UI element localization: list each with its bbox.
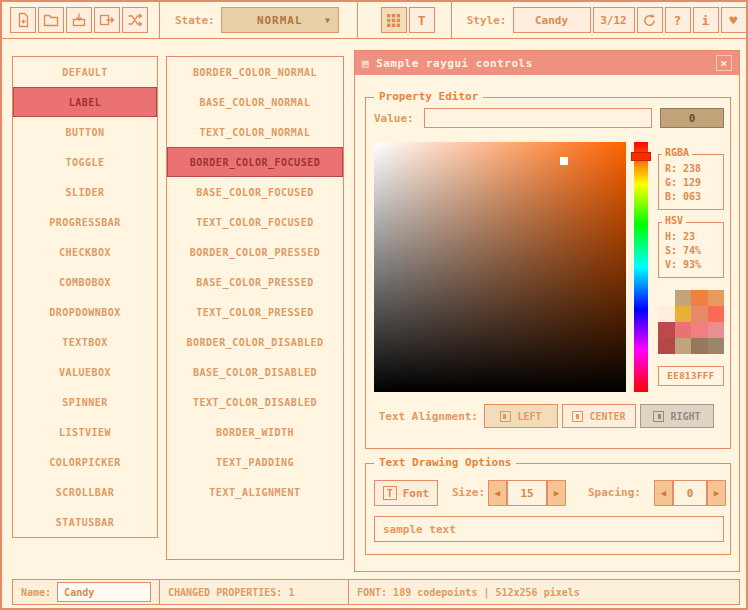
help-button[interactable]: ? xyxy=(665,7,691,33)
controls-item-slider[interactable]: SLIDER xyxy=(13,177,157,207)
randomize-style-button[interactable] xyxy=(122,7,148,33)
palette-swatch[interactable] xyxy=(708,290,725,306)
property-item-base-color-focused[interactable]: BASE_COLOR_FOCUSED xyxy=(167,177,343,207)
style-counter-button[interactable]: 3/12 xyxy=(593,7,635,33)
value-box[interactable]: 0 xyxy=(660,108,724,128)
value-box-text: 0 xyxy=(689,112,696,125)
property-item-text-padding[interactable]: TEXT_PADDING xyxy=(167,447,343,477)
property-item-text-color-normal[interactable]: TEXT_COLOR_NORMAL xyxy=(167,117,343,147)
controls-item-label[interactable]: LABEL xyxy=(13,87,157,117)
sponsor-button[interactable]: ♥ xyxy=(721,7,747,33)
palette-swatch[interactable] xyxy=(675,306,692,322)
save-file-button[interactable] xyxy=(66,7,92,33)
toolbar-separator xyxy=(451,2,452,39)
align-left-icon xyxy=(500,411,511,422)
controls-item-default[interactable]: DEFAULT xyxy=(13,57,157,87)
load-font-button[interactable]: T Font xyxy=(374,480,438,506)
property-item-text-color-disabled[interactable]: TEXT_COLOR_DISABLED xyxy=(167,387,343,417)
palette-swatch[interactable] xyxy=(691,338,708,354)
palette-swatch[interactable] xyxy=(675,290,692,306)
spacing-increment-button[interactable]: ▶ xyxy=(707,480,726,506)
property-item-base-color-disabled[interactable]: BASE_COLOR_DISABLED xyxy=(167,357,343,387)
property-item-base-color-normal[interactable]: BASE_COLOR_NORMAL xyxy=(167,87,343,117)
palette-swatch[interactable] xyxy=(658,290,675,306)
window-close-button[interactable]: × xyxy=(716,55,732,71)
text-preview-button[interactable]: T xyxy=(409,7,435,33)
property-item-border-color-pressed[interactable]: BORDER_COLOR_PRESSED xyxy=(167,237,343,267)
info-button[interactable]: i xyxy=(693,7,719,33)
spacing-value: 0 xyxy=(687,487,694,500)
color-picker-panel[interactable] xyxy=(374,142,626,392)
hsv-title: HSV xyxy=(662,215,686,226)
color-palette xyxy=(658,290,724,354)
shuffle-icon xyxy=(127,12,143,28)
controls-item-colorpicker[interactable]: COLORPICKER xyxy=(13,447,157,477)
help-icon: ? xyxy=(674,13,682,28)
property-editor-title: Property Editor xyxy=(374,90,483,103)
sample-text-input[interactable]: sample text xyxy=(374,516,724,542)
controls-item-dropdownbox[interactable]: DROPDOWNBOX xyxy=(13,297,157,327)
palette-swatch[interactable] xyxy=(691,290,708,306)
property-item-border-width[interactable]: BORDER_WIDTH xyxy=(167,417,343,447)
property-item-border-color-disabled[interactable]: BORDER_COLOR_DISABLED xyxy=(167,327,343,357)
open-file-button[interactable] xyxy=(38,7,64,33)
align-right-label: RIGHT xyxy=(670,411,700,422)
color-picker-cursor[interactable] xyxy=(560,157,568,165)
palette-swatch[interactable] xyxy=(675,322,692,338)
palette-swatch[interactable] xyxy=(675,338,692,354)
controls-item-listview[interactable]: LISTVIEW xyxy=(13,417,157,447)
controls-list: DEFAULT LABEL BUTTON TOGGLE SLIDER PROGR… xyxy=(12,56,158,538)
controls-item-checkbox[interactable]: CHECKBOX xyxy=(13,237,157,267)
hue-bar[interactable] xyxy=(634,142,648,392)
style-name-input[interactable]: Candy xyxy=(57,582,151,602)
size-decrement-button[interactable]: ◀ xyxy=(488,480,507,506)
properties-list: BORDER_COLOR_NORMAL BASE_COLOR_NORMAL TE… xyxy=(166,56,344,560)
palette-swatch[interactable] xyxy=(691,306,708,322)
spacing-decrement-button[interactable]: ◀ xyxy=(654,480,673,506)
controls-item-valuebox[interactable]: VALUEBOX xyxy=(13,357,157,387)
property-item-text-alignment[interactable]: TEXT_ALIGNMENT xyxy=(167,477,343,507)
palette-swatch[interactable] xyxy=(658,338,675,354)
palette-swatch[interactable] xyxy=(708,322,725,338)
property-item-text-color-focused[interactable]: TEXT_COLOR_FOCUSED xyxy=(167,207,343,237)
palette-swatch[interactable] xyxy=(708,306,725,322)
new-file-button[interactable] xyxy=(10,7,36,33)
controls-item-progressbar[interactable]: PROGRESSBAR xyxy=(13,207,157,237)
property-item-border-color-focused[interactable]: BORDER_COLOR_FOCUSED xyxy=(167,147,343,177)
style-name-box[interactable]: Candy xyxy=(513,7,591,33)
controls-item-scrollbar[interactable]: SCROLLBAR xyxy=(13,477,157,507)
state-dropdown-value: NORMAL xyxy=(257,14,303,27)
property-item-border-color-normal[interactable]: BORDER_COLOR_NORMAL xyxy=(167,57,343,87)
spacing-value-box[interactable]: 0 xyxy=(673,480,707,506)
property-item-base-color-pressed[interactable]: BASE_COLOR_PRESSED xyxy=(167,267,343,297)
palette-swatch[interactable] xyxy=(691,322,708,338)
controls-item-spinner[interactable]: SPINNER xyxy=(13,387,157,417)
export-style-button[interactable] xyxy=(94,7,120,33)
palette-swatch[interactable] xyxy=(658,322,675,338)
align-right-icon xyxy=(653,411,664,422)
value-slider[interactable] xyxy=(424,108,652,128)
text-options-group: Text Drawing Options T Font Size: ◀ 15 ▶… xyxy=(365,463,731,555)
align-center-button[interactable]: CENTER xyxy=(562,404,636,428)
hue-bar-cursor[interactable] xyxy=(631,152,651,161)
left-arrow-icon: ◀ xyxy=(495,488,500,498)
state-dropdown[interactable]: NORMAL ▼ xyxy=(221,7,339,33)
controls-item-textbox[interactable]: TEXTBOX xyxy=(13,327,157,357)
font-atlas-button[interactable] xyxy=(381,7,407,33)
controls-item-toggle[interactable]: TOGGLE xyxy=(13,147,157,177)
controls-item-combobox[interactable]: COMBOBOX xyxy=(13,267,157,297)
hex-color-input[interactable]: EE813FFF xyxy=(658,366,724,386)
style-name-input-value: Candy xyxy=(64,587,94,598)
property-item-text-color-pressed[interactable]: TEXT_COLOR_PRESSED xyxy=(167,297,343,327)
palette-swatch[interactable] xyxy=(658,306,675,322)
align-left-label: LEFT xyxy=(517,411,541,422)
window-titlebar[interactable]: ▤ Sample raygui controls × xyxy=(355,51,739,75)
reload-style-button[interactable] xyxy=(637,7,663,33)
align-left-button[interactable]: LEFT xyxy=(484,404,558,428)
align-right-button[interactable]: RIGHT xyxy=(640,404,714,428)
controls-item-button[interactable]: BUTTON xyxy=(13,117,157,147)
size-increment-button[interactable]: ▶ xyxy=(547,480,566,506)
palette-swatch[interactable] xyxy=(708,338,725,354)
controls-item-statusbar[interactable]: STATUSBAR xyxy=(13,507,157,537)
size-value-box[interactable]: 15 xyxy=(507,480,547,506)
